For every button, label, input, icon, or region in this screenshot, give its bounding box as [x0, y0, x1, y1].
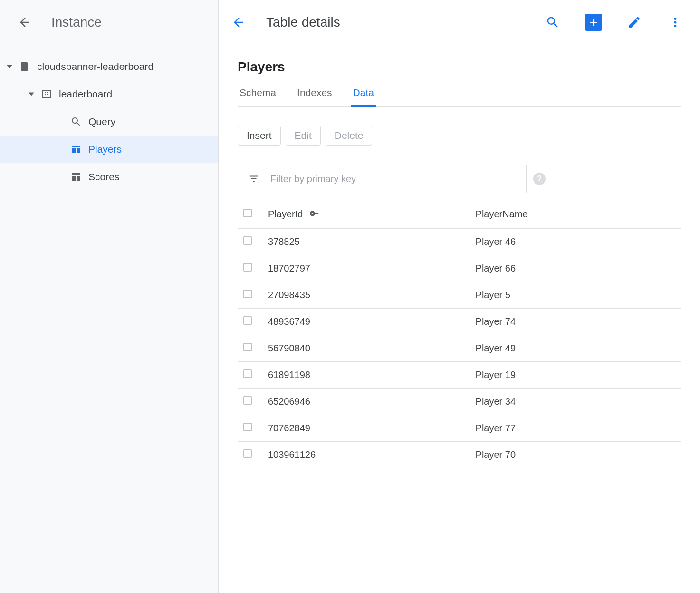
back-arrow-button[interactable]	[227, 11, 250, 34]
select-all-checkbox[interactable]	[243, 209, 252, 217]
row-checkbox-cell	[238, 282, 264, 309]
help-button[interactable]: ?	[533, 173, 546, 185]
row-checkbox-cell	[238, 442, 264, 468]
insert-button[interactable]: Insert	[238, 126, 281, 146]
tree-item-label: Players	[88, 144, 122, 155]
tree-item-scores[interactable]: Scores	[0, 163, 218, 191]
data-table: PlayerId PlayerName 378825Player 4618702…	[238, 204, 681, 468]
arrow-back-icon	[231, 15, 246, 29]
cell-player-name: Player 74	[472, 309, 681, 335]
edit-button[interactable]	[623, 11, 646, 34]
table-row[interactable]: 65206946Player 34	[238, 389, 681, 415]
arrow-back-icon	[18, 15, 32, 29]
content-area: Players Schema Indexes Data Insert Edit …	[219, 45, 700, 593]
cell-player-name: Player 70	[472, 442, 681, 468]
table-row[interactable]: 103961126Player 70	[238, 442, 681, 468]
filter-box[interactable]	[238, 165, 527, 193]
pencil-icon	[627, 15, 642, 29]
instance-icon	[18, 60, 31, 73]
cell-player-name: Player 19	[472, 362, 681, 389]
delete-row-button[interactable]: Delete	[326, 126, 373, 146]
cell-player-name: Player 49	[472, 335, 681, 362]
cell-player-id: 56790840	[264, 335, 472, 362]
filter-row: ?	[238, 165, 681, 193]
sidebar-header: Instance	[0, 0, 218, 45]
add-icon	[585, 14, 602, 31]
cell-player-id: 48936749	[264, 309, 472, 335]
sidebar-title: Instance	[51, 15, 102, 30]
filter-icon	[249, 173, 259, 185]
search-icon	[546, 15, 560, 29]
row-checkbox[interactable]	[243, 290, 252, 298]
table-row[interactable]: 27098435Player 5	[238, 282, 681, 309]
more-vert-icon	[668, 15, 682, 29]
caret-icon[interactable]	[4, 64, 15, 69]
cell-player-id: 18702797	[264, 255, 472, 282]
row-checkbox[interactable]	[243, 263, 252, 272]
col-header-player-id[interactable]: PlayerId	[264, 204, 472, 229]
table-row[interactable]: 70762849Player 77	[238, 415, 681, 442]
tab-bar: Schema Indexes Data	[238, 83, 681, 107]
key-icon	[309, 209, 320, 219]
row-checkbox-cell	[238, 389, 264, 415]
main-header: Table details	[219, 0, 700, 45]
tree-item-players[interactable]: Players	[0, 136, 218, 163]
cell-player-id: 70762849	[264, 415, 472, 442]
more-button[interactable]	[664, 11, 687, 34]
select-all-header	[238, 204, 264, 229]
cell-player-id: 27098435	[264, 282, 472, 309]
query-button[interactable]	[541, 11, 564, 34]
row-checkbox[interactable]	[243, 396, 252, 405]
tree-item-query[interactable]: Query	[0, 108, 218, 136]
tree-database-label: leaderboard	[59, 88, 112, 100]
row-checkbox-cell	[238, 362, 264, 389]
back-arrow-button[interactable]	[13, 11, 36, 34]
col-header-player-name[interactable]: PlayerName	[472, 204, 681, 229]
row-checkbox[interactable]	[243, 343, 252, 351]
cell-player-name: Player 34	[472, 389, 681, 415]
nav-tree: cloudspanner-leaderboard leaderboard Que…	[0, 45, 218, 191]
caret-icon[interactable]	[26, 91, 37, 97]
database-icon	[40, 87, 53, 101]
cell-player-id: 61891198	[264, 362, 472, 389]
main-panel: Table details Players Schema Indexes Dat…	[219, 0, 700, 593]
cell-player-name: Player 66	[472, 255, 681, 282]
table-row[interactable]: 56790840Player 49	[238, 335, 681, 362]
row-checkbox[interactable]	[243, 316, 252, 325]
tree-item-label: Scores	[88, 171, 119, 183]
cell-player-name: Player 5	[472, 282, 681, 309]
sidebar: Instance cloudspanner-leaderboard leader…	[0, 0, 219, 593]
tree-instance-label: cloudspanner-leaderboard	[37, 61, 153, 72]
row-checkbox[interactable]	[243, 236, 252, 245]
cell-player-id: 378825	[264, 229, 472, 255]
cell-player-name: Player 46	[472, 229, 681, 255]
main-title: Table details	[266, 15, 340, 30]
row-checkbox-cell	[238, 415, 264, 442]
action-row: Insert Edit Delete	[238, 126, 681, 146]
cell-player-id: 65206946	[264, 389, 472, 415]
row-checkbox-cell	[238, 309, 264, 335]
table-row[interactable]: 48936749Player 74	[238, 309, 681, 335]
table-row[interactable]: 18702797Player 66	[238, 255, 681, 282]
cell-player-name: Player 77	[472, 415, 681, 442]
table-icon	[69, 143, 83, 156]
row-checkbox-cell	[238, 229, 264, 255]
table-row[interactable]: 61891198Player 19	[238, 362, 681, 389]
edit-row-button[interactable]: Edit	[286, 126, 321, 146]
tab-schema[interactable]: Schema	[238, 83, 278, 107]
tree-instance-row[interactable]: cloudspanner-leaderboard	[0, 53, 218, 80]
add-button[interactable]	[582, 11, 605, 34]
search-icon	[69, 115, 83, 128]
col-header-label: PlayerId	[268, 209, 303, 219]
filter-input[interactable]	[270, 174, 516, 185]
row-checkbox[interactable]	[243, 369, 252, 378]
row-checkbox[interactable]	[243, 449, 252, 458]
tree-item-label: Query	[88, 116, 115, 127]
tree-database-row[interactable]: leaderboard	[0, 80, 218, 108]
tab-indexes[interactable]: Indexes	[295, 83, 334, 107]
tab-data[interactable]: Data	[351, 83, 376, 107]
row-checkbox-cell	[238, 255, 264, 282]
table-icon	[69, 170, 83, 184]
row-checkbox[interactable]	[243, 423, 252, 431]
table-row[interactable]: 378825Player 46	[238, 229, 681, 255]
